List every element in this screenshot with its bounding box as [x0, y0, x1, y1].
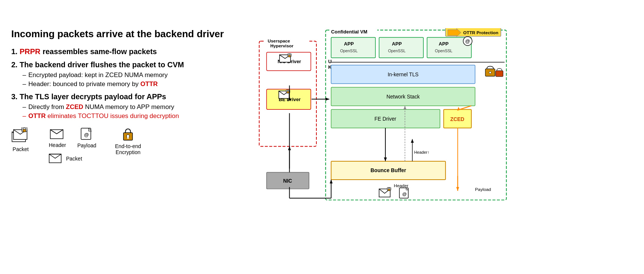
zced-box: [444, 109, 471, 128]
legend-group: Header @ Payload: [49, 127, 96, 164]
legend-row: Packet Header: [11, 127, 244, 164]
app-2-box: [379, 37, 423, 58]
svg-marker-62: [403, 106, 406, 109]
svg-rect-11: [127, 136, 129, 139]
svg-marker-48: [288, 146, 291, 150]
svg-marker-54: [326, 97, 330, 100]
svg-text:NIC Driver: NIC Driver: [278, 59, 301, 64]
diagram-panel: Userspace Hypervisor NIC Driver BE Drive…: [255, 28, 633, 246]
svg-text:K: K: [328, 64, 332, 70]
svg-text:APP: APP: [439, 41, 449, 47]
svg-text:Hypervisor: Hypervisor: [270, 43, 293, 48]
svg-text:OpenSSL: OpenSSL: [340, 48, 358, 53]
item-3-title: 3. The TLS layer decrypts payload for AP…: [11, 92, 244, 101]
item-3-text: The TLS layer decrypts payload for APPs: [20, 92, 166, 101]
svg-text:@: @: [84, 132, 89, 138]
bullet-2-1: Encrypted payload: kept in ZCED NUMA mem…: [23, 71, 244, 79]
payload-in-diagram: Payload: [475, 186, 491, 191]
header-icon: [50, 128, 65, 140]
be-driver-box: [266, 89, 311, 109]
svg-marker-51: [288, 96, 291, 100]
item-1-num: 1.: [11, 47, 20, 56]
svg-marker-58: [330, 180, 333, 183]
app-1-box: [331, 37, 375, 58]
item-1: 1. PRPR reassembles same-flow packets: [11, 47, 244, 56]
network-stack-label: Network Stack: [387, 94, 420, 99]
bullet-2-2: Header: bounced to private memory by OTT…: [23, 80, 244, 88]
payload-icon: @: [80, 127, 93, 140]
svg-text:@: @: [465, 38, 470, 44]
item-2-bullets: Encrypted payload: kept in ZCED NUMA mem…: [23, 71, 244, 88]
item-3: 3. The TLS layer decrypts payload for AP…: [11, 92, 244, 120]
svg-point-31: [463, 36, 472, 45]
zced-label: ZCED: [450, 116, 465, 122]
svg-rect-20: [286, 90, 290, 93]
svg-text:OpenSSL: OpenSSL: [435, 48, 453, 53]
svg-rect-21: [287, 91, 289, 93]
nic-driver-box: [266, 52, 311, 70]
fe-driver-box: [331, 109, 440, 128]
svg-rect-17: [288, 55, 290, 57]
header-legend-label: Header: [49, 142, 66, 148]
main-title: Incoming packets arrive at the backend d…: [11, 28, 244, 40]
svg-marker-41: [457, 107, 460, 110]
item-1-title: 1. PRPR reassembles same-flow packets: [11, 47, 244, 56]
svg-marker-64: [456, 187, 459, 191]
header-in-diagram: Header: [394, 183, 408, 188]
item-3-bullets: Directly from ZCED NUMA memory to APP me…: [23, 103, 244, 120]
legend-header-payload: Header @ Payload: [49, 127, 96, 148]
packet-combined-icon: [49, 153, 63, 164]
diagram-svg: Userspace Hypervisor NIC Driver BE Drive…: [255, 28, 510, 246]
svg-text:U: U: [328, 59, 332, 64]
svg-line-40: [457, 106, 471, 110]
bullet-3-1: Directly from ZCED NUMA memory to APP me…: [23, 103, 244, 111]
item-2: 2. The backend driver flushes the packet…: [11, 61, 244, 88]
network-stack-box: [331, 87, 475, 106]
svg-text:APP: APP: [344, 41, 354, 47]
encryption-label: End-to-endEncryption: [115, 143, 141, 155]
svg-text:Header↑: Header↑: [414, 150, 430, 154]
nic-label: NIC: [283, 178, 292, 183]
nic-box: [266, 172, 309, 189]
svg-rect-44: [388, 189, 390, 191]
packet-label: Packet: [13, 146, 29, 152]
item-3-num: 3.: [11, 92, 20, 101]
legend-packet-row: Packet: [49, 153, 96, 164]
svg-text:OpenSSL: OpenSSL: [388, 48, 406, 53]
packet-icon: [11, 127, 30, 144]
svg-rect-43: [387, 187, 391, 190]
bounce-buffer-box: [331, 161, 445, 179]
legend-packet: Packet: [11, 127, 30, 152]
cvm-box: [326, 30, 507, 200]
us-hypervisor-box: [259, 41, 316, 146]
legend-header: Header: [49, 128, 66, 148]
legend-encryption: End-to-endEncryption: [115, 127, 141, 155]
svg-point-38: [489, 71, 491, 74]
left-panel: Incoming packets arrive at the backend d…: [11, 28, 244, 164]
ottr-badge: [445, 28, 501, 36]
svg-text:BE Driver: BE Driver: [279, 96, 301, 102]
svg-marker-67: [411, 139, 414, 142]
packet-combined-label: Packet: [66, 156, 82, 162]
legend-packet-combined: Packet: [49, 153, 82, 164]
svg-rect-36: [478, 65, 504, 83]
encryption-icon: [122, 127, 134, 141]
payload-legend-label: Payload: [77, 142, 96, 148]
svg-text:@: @: [402, 191, 407, 196]
main-container: Incoming packets arrive at the backend d…: [11, 28, 633, 246]
us-hypervisor-label: Userspace: [268, 38, 290, 43]
legend-payload: @ Payload: [77, 127, 96, 148]
svg-rect-37: [485, 69, 495, 76]
ik-tls-label: In-kernel TLS: [388, 71, 418, 77]
svg-rect-15: [280, 54, 290, 62]
cvm-label: Confidential VM: [331, 29, 367, 34]
svg-text:OTTR Protection: OTTR Protection: [463, 30, 498, 35]
bullet-3-2: OTTR eliminates TOCTTOU issues during de…: [23, 112, 244, 120]
svg-rect-22: [329, 28, 377, 35]
bounce-buffer-label: Bounce Buffer: [370, 168, 406, 173]
item-1-highlight: PRPR: [20, 47, 41, 56]
svg-marker-60: [384, 157, 387, 161]
item-1-rest: reassembles same-flow packets: [41, 47, 157, 56]
item-2-text: The backend driver flushes the packet to…: [20, 61, 184, 69]
item-2-num: 2.: [11, 61, 20, 69]
